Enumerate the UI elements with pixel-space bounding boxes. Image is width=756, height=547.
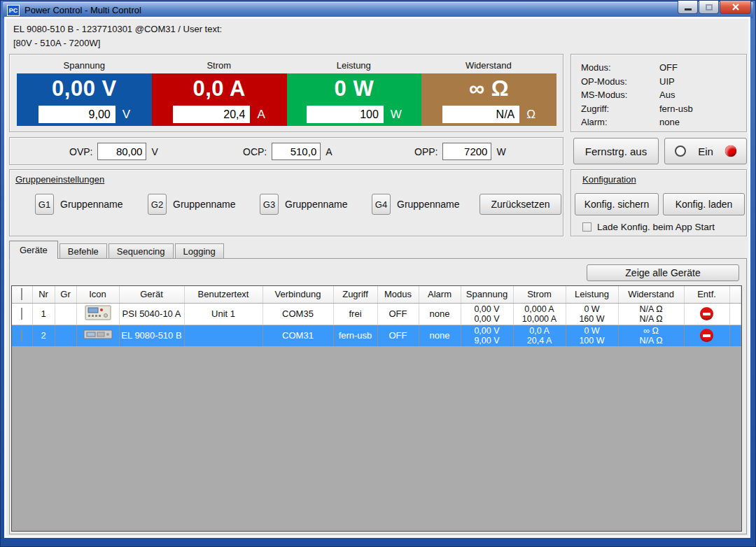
current-unit: A <box>257 108 265 122</box>
app-icon-text: PC <box>9 7 18 14</box>
column-verbindung: Verbindung <box>262 286 333 303</box>
power-set-input[interactable] <box>307 106 384 123</box>
status-groupbox: Modus:OFF OP-Modus:UIP MS-Modus:Aus Zugr… <box>570 54 747 132</box>
ocp-label: OCP: <box>243 146 267 157</box>
column-filler <box>729 286 741 303</box>
meter-label-leistung: Leistung <box>286 60 421 71</box>
column-zugriff: Zugriff <box>333 286 377 303</box>
meter-label-widerstand: Widerstand <box>421 60 556 71</box>
autoload-label: Lade Konfig. beim App Start <box>597 222 715 232</box>
power-meter: 0 W W <box>287 73 422 126</box>
config-save-button[interactable]: Konfig. sichern <box>575 193 659 215</box>
current-set-input[interactable] <box>173 106 250 123</box>
column-benutzertext: Benutzertext <box>184 286 262 303</box>
meter-label-strom: Strom <box>152 60 287 71</box>
column-entf: Entf. <box>684 286 729 303</box>
group-3-button[interactable]: G3 <box>260 194 279 215</box>
remove-device-icon[interactable] <box>700 307 713 320</box>
configuration-title: Konfiguration <box>582 174 636 185</box>
row-1-checkbox[interactable] <box>21 308 22 320</box>
ovp-unit: V <box>151 146 158 157</box>
group-1-button[interactable]: G1 <box>35 194 54 215</box>
voltage-set-input[interactable] <box>38 106 115 123</box>
table-header-row: Nr Gr Icon Gerät Benutzertext Verbindung… <box>12 286 741 303</box>
select-all-checkbox[interactable] <box>21 288 22 300</box>
show-all-devices-button[interactable]: Zeige alle Geräte <box>587 264 739 281</box>
status-value-ms-modus: Aus <box>659 90 675 100</box>
ocp-unit: A <box>326 146 332 157</box>
row-2-widerstand: ∞ ΩN/A Ω <box>618 325 684 346</box>
remote-control-button[interactable]: Fernstrg. aus <box>573 138 659 164</box>
current-meter: 0,0 A A <box>152 73 287 126</box>
output-status-led <box>725 145 736 157</box>
opp-unit: W <box>496 146 505 157</box>
tab-logging[interactable]: Logging <box>175 243 224 258</box>
output-on-label: Ein <box>698 145 713 157</box>
el-device-icon <box>83 329 113 340</box>
device-header-line1: EL 9080-510 B - 1237710301 @COM31 / User… <box>13 22 222 36</box>
status-label-modus: Modus: <box>581 62 659 73</box>
resistance-set-input[interactable] <box>442 106 519 123</box>
minimize-button[interactable] <box>678 1 698 14</box>
tab-geraete[interactable]: Geräte <box>9 241 58 259</box>
config-load-button[interactable]: Konfig. laden <box>663 193 745 215</box>
column-icon: Icon <box>76 286 119 303</box>
column-strom: Strom <box>513 286 566 303</box>
row-2-gr <box>55 325 76 346</box>
tab-befehle[interactable]: Befehle <box>59 243 107 258</box>
resistance-actual-value: ∞ Ω <box>469 76 509 101</box>
close-button[interactable] <box>720 1 751 14</box>
group-2-button[interactable]: G2 <box>148 194 167 215</box>
maximize-icon <box>706 4 713 10</box>
row-1-verbindung: COM35 <box>262 303 333 325</box>
power-actual-value: 0 W <box>335 76 374 101</box>
header-select-all <box>12 286 32 303</box>
reset-groups-button[interactable]: Zurücksetzen <box>479 194 561 215</box>
status-label-op-modus: OP-Modus: <box>581 76 659 87</box>
ocp-input[interactable] <box>272 143 321 160</box>
tab-sequencing[interactable]: Sequencing <box>108 243 174 258</box>
protection-groupbox: OVP: V OCP: A OPP: W <box>9 137 564 165</box>
column-modus: Modus <box>377 286 419 303</box>
status-value-zugriff: fern-usb <box>659 104 693 114</box>
meters-groupbox: Spannung Strom Leistung Widerstand 0,00 … <box>9 54 564 132</box>
group-settings-groupbox: Gruppeneinstellungen G1 Gruppenname G2 G… <box>9 169 564 236</box>
row-1-gr <box>55 303 76 325</box>
row-2-spannung: 0,00 V9,00 V <box>461 325 513 346</box>
row-2-strom: 0,0 A20,4 A <box>513 325 566 346</box>
status-value-alarm: none <box>659 117 680 127</box>
configuration-groupbox: Konfiguration Konfig. sichern Konfig. la… <box>570 169 747 236</box>
row-1-zugriff: frei <box>333 303 377 325</box>
voltage-meter: 0,00 V V <box>17 73 152 126</box>
group-4-button[interactable]: G4 <box>372 194 391 215</box>
group-4-name: Gruppenname <box>397 199 460 210</box>
column-gr: Gr <box>55 286 76 303</box>
devices-tab-page: Zeige alle Geräte Nr Gr Icon <box>9 258 747 534</box>
output-on-button[interactable]: Ein <box>664 138 747 164</box>
row-1-geraet: PSI 5040-10 A <box>119 303 184 325</box>
remove-device-icon[interactable] <box>700 329 713 342</box>
row-1-widerstand: N/A ΩN/A Ω <box>618 303 684 325</box>
status-value-modus: OFF <box>659 62 678 73</box>
device-table: Nr Gr Icon Gerät Benutzertext Verbindung… <box>11 285 742 532</box>
meter-label-spannung: Spannung <box>17 60 152 71</box>
maximize-button[interactable] <box>699 1 719 14</box>
row-1-benutzertext: Unit 1 <box>184 303 262 325</box>
row-1-leistung: 0 W160 W <box>566 303 618 325</box>
opp-input[interactable] <box>442 143 491 160</box>
voltage-actual-value: 0,00 V <box>52 76 117 101</box>
autoload-checkbox[interactable] <box>582 222 592 232</box>
resistance-meter: ∞ Ω Ω <box>421 73 556 126</box>
title-bar: PC Power Control - Multi Control <box>3 2 753 18</box>
current-actual-value: 0,0 A <box>192 76 245 101</box>
group-2-name: Gruppenname <box>173 199 236 210</box>
tab-bar: Geräte Befehle Sequencing Logging <box>9 241 225 258</box>
status-label-ms-modus: MS-Modus: <box>581 90 659 100</box>
ovp-input[interactable] <box>97 143 146 160</box>
row-2-benutzertext <box>184 325 262 346</box>
row-1-strom: 0,000 A10,000 A <box>513 303 566 325</box>
device-row-2-selected[interactable]: 2 EL 9080-510 B <box>12 325 741 346</box>
row-2-checkbox[interactable] <box>21 329 22 341</box>
device-row-1[interactable]: 1 <box>12 303 741 325</box>
selected-device-header: EL 9080-510 B - 1237710301 @COM31 / User… <box>13 22 222 50</box>
